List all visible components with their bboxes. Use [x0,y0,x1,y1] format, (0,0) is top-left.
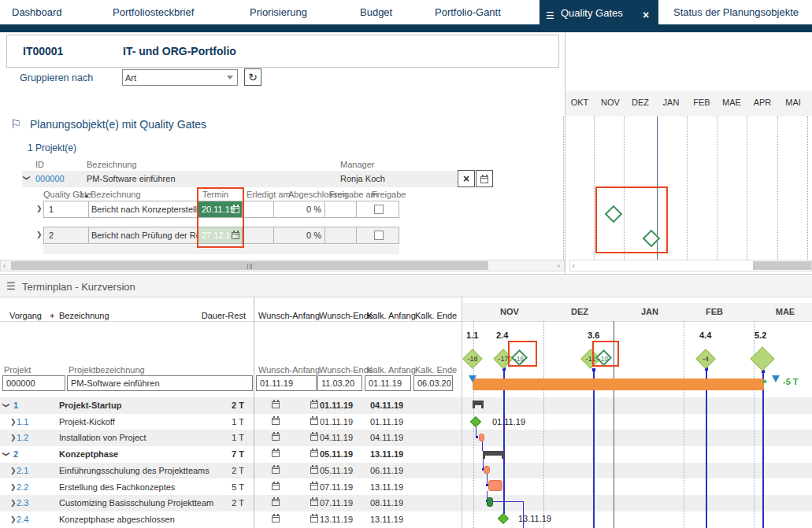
gate-erledigt-cell[interactable] [242,227,274,244]
qg-horizontal-scrollbar[interactable]: ‹ › [0,260,565,271]
summary-bar[interactable] [483,451,504,456]
tab-status-der-planungsobjekte[interactable]: Status der Planungsobjekte [673,6,799,18]
task-name[interactable]: Customizing Basisschulung Projektteam [59,498,213,508]
project-name-input[interactable]: PM-Software einführen [67,375,253,391]
calendar-icon[interactable] [272,434,280,441]
calendar-icon[interactable] [272,483,280,490]
calendar-icon[interactable] [310,483,318,490]
col-wunsch-ende[interactable]: Wunsch-Ende [319,311,373,320]
col-kalk-anfang[interactable]: Kalk. Anfang [367,311,416,320]
gate-erledigt-cell[interactable] [242,201,274,218]
project-id-link[interactable]: 000000 [35,174,65,183]
task-expand-icon[interactable]: ❯ [10,515,17,523]
calendar-icon[interactable] [272,401,280,408]
task-name[interactable]: Konzeptphase [59,449,118,459]
task-expand-icon[interactable]: ❯ [2,402,10,408]
gate-freigabe-am-cell[interactable] [324,227,357,244]
col-projekt: Projekt [4,365,31,375]
calendar-icon[interactable] [272,418,280,425]
row-expand-icon[interactable]: ❯ [36,205,43,212]
col-vorgang[interactable]: Vorgang [9,311,42,320]
col-kalk-ende[interactable]: Kalk. Ende [415,311,457,320]
menu-icon[interactable]: ☰ [6,280,16,292]
calendar-icon[interactable] [272,499,280,506]
calendar-icon[interactable] [272,467,280,474]
task-bar-1-2[interactable] [479,434,484,441]
task-number[interactable]: 1.2 [17,433,28,442]
calendar-icon[interactable] [310,434,318,441]
milestone-diamond[interactable]: -18 [462,349,482,368]
kalk-ende-input[interactable]: 06.03.20 [413,375,453,391]
tab-portfoliosteckbrief[interactable]: Portfoliosteckbrief [113,6,194,18]
task-bar-2-1[interactable] [484,466,490,474]
task-expand-icon[interactable]: ❯ [10,467,17,474]
groupby-select[interactable]: Art [122,69,238,86]
task-expand-icon[interactable]: ❯ [10,499,17,507]
task-name[interactable]: Installation von Project [59,433,146,442]
task-kalk-ende: 04.11.19 [370,433,403,442]
calendar-icon[interactable] [310,418,318,425]
tab-priorisierung[interactable]: Priorisierung [250,6,307,18]
task-kalk-ende: 08.11.19 [370,498,403,508]
task-duration: 1 T [197,433,244,442]
col-task-bezeichnung[interactable]: Bezeichnung [59,311,109,320]
task-number[interactable]: 2.1 [17,466,28,475]
gantt-month-nov: NOV [496,307,523,316]
menu-icon[interactable]: ☰ [546,10,554,21]
milestone-diamond[interactable]: -4 [695,349,715,368]
calendar-icon[interactable] [310,515,318,522]
task-bar-2-2[interactable] [488,480,502,491]
task-number[interactable]: 2 [13,449,18,459]
project-summary-bar[interactable] [473,378,764,390]
calendar-icon[interactable] [310,499,318,506]
tab-portfolio-gantt[interactable]: Portfolio-Gantt [435,6,501,18]
gantt-splitter[interactable] [462,297,462,528]
calendar-icon[interactable] [272,515,280,522]
task-number[interactable]: 2.3 [17,498,28,508]
scrollbar-thumb [753,261,811,270]
refresh-icon[interactable]: ↻ [244,68,261,86]
expand-chevron-icon[interactable]: ❯ [23,175,31,181]
task-expand-icon[interactable]: ❯ [10,483,17,491]
calendar-icon[interactable] [310,401,318,408]
kalk-anfang-input[interactable]: 01.11.19 [365,375,411,391]
gate-freigabe-am-cell[interactable] [324,201,357,218]
project-id-input[interactable]: 000000 [2,375,65,391]
tab-dashboard[interactable]: Dashboard [12,6,62,18]
application-window: DashboardPortfoliosteckbriefPriorisierun… [0,0,812,528]
calendar-icon[interactable] [310,450,318,457]
wunsch-ende-input[interactable]: 11.03.20 [317,375,362,391]
task-name[interactable]: Einführungsschulung des Projektteams [59,466,209,475]
col-dauer-rest[interactable]: Dauer-Rest [198,311,246,320]
task-name[interactable]: Projekt-Kickoff [59,417,115,426]
delete-icon[interactable]: × [458,170,475,187]
task-expand-icon[interactable]: ❯ [2,451,10,457]
gate-name: Bericht nach Konzepterstellung [88,201,198,218]
col-wunsch-anfang[interactable]: Wunsch-Anfang [258,311,320,320]
task-name[interactable]: Erstellung des Fachkonzeptes [59,482,175,492]
task-expand-icon[interactable]: ❯ [10,418,17,426]
grid-splitter[interactable] [254,297,254,528]
task-number[interactable]: 1.1 [17,417,28,426]
task-bar-2-3[interactable] [487,497,493,507]
freigabe-checkbox[interactable] [374,205,384,214]
task-name[interactable]: Projekt-Startup [59,401,121,410]
task-name[interactable]: Konzeptphase abgeschlossen [59,515,175,524]
minigantt-horizontal-scrollbar[interactable]: ‹ [569,260,812,271]
close-tab-icon[interactable]: × [643,9,649,21]
calendar-icon[interactable] [310,467,318,474]
row-expand-icon[interactable]: ❯ [36,231,43,238]
task-expand-icon[interactable]: ❯ [10,434,17,441]
project-row[interactable]: ❯ 000000 PM-Software einführen Ronja Koc… [22,171,457,187]
col-sort[interactable]: 1▲ [79,190,89,199]
col-freigabe-am: Freigabe am [329,190,378,199]
tab-budget[interactable]: Budget [360,6,392,18]
freigabe-checkbox[interactable] [374,231,384,240]
wunsch-anfang-input[interactable]: 01.11.19 [256,375,317,391]
calendar-button[interactable] [476,170,493,187]
task-number[interactable]: 2.2 [17,482,28,492]
calendar-icon[interactable] [272,450,280,457]
task-number[interactable]: 2.4 [17,515,28,524]
add-task-icon[interactable]: + [50,311,54,320]
task-number[interactable]: 1 [13,401,18,410]
